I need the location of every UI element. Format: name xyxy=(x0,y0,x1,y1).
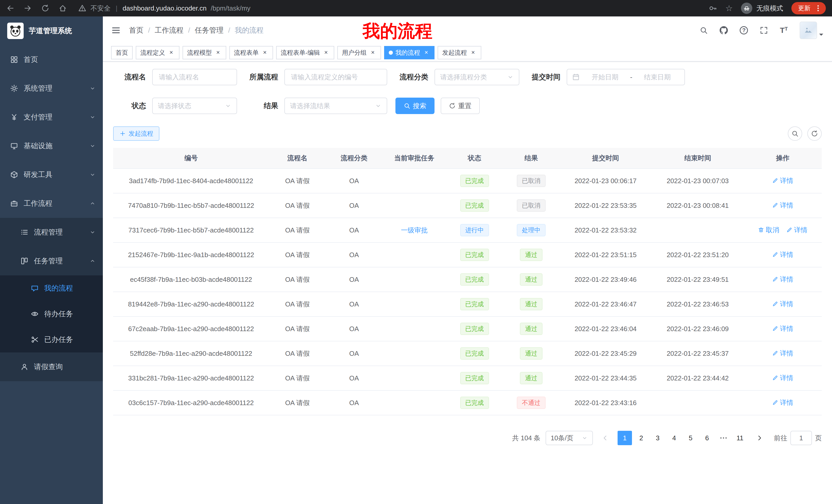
row-actions-cell: 详情 xyxy=(744,169,822,193)
browser-home-icon[interactable] xyxy=(59,4,67,12)
breadcrumb-item[interactable]: 工作流程 xyxy=(155,25,184,35)
browser-menu-icon[interactable] xyxy=(814,4,822,12)
page-11-button[interactable]: 11 xyxy=(733,431,747,445)
hamburger-icon[interactable] xyxy=(111,25,121,35)
status-cell: 已完成 xyxy=(446,341,503,366)
result-cell: 已取消 xyxy=(503,169,560,193)
tab-process-form-edit[interactable]: 流程表单-编辑× xyxy=(276,46,334,59)
result-select[interactable]: 请选择流结果 xyxy=(284,97,387,114)
sidebar-item-process-management[interactable]: 流程管理 xyxy=(0,218,103,247)
app-title: 芋道管理系统 xyxy=(29,26,72,36)
status-tag: 已完成 xyxy=(460,199,489,212)
table-row: 819442e8-7b9a-11ec-a290-acde48001122OA 请… xyxy=(113,292,822,316)
payment-icon xyxy=(10,113,18,121)
current-task-cell: 一级审批 xyxy=(382,218,446,243)
detail-action-link[interactable]: 详情 xyxy=(772,176,793,185)
detail-action-link[interactable]: 详情 xyxy=(772,250,793,259)
sidebar: 芋道管理系统 首页系统管理支付管理基础设施研发工具工作流程流程管理任务管理我的流… xyxy=(0,17,103,504)
sidebar-item-done-tasks[interactable]: 已办任务 xyxy=(0,327,103,353)
more-pages-icon[interactable] xyxy=(716,431,731,445)
bookmark-star-icon[interactable]: ☆ xyxy=(725,4,733,12)
sidebar-item-devtools[interactable]: 研发工具 xyxy=(0,160,103,189)
fullscreen-icon[interactable] xyxy=(760,26,768,34)
close-icon[interactable]: × xyxy=(469,49,477,56)
sidebar-item-home[interactable]: 首页 xyxy=(0,45,103,74)
tab-process-model[interactable]: 流程模型× xyxy=(183,46,226,59)
page-6-button[interactable]: 6 xyxy=(700,431,714,445)
refresh-table-button[interactable] xyxy=(807,127,822,141)
current-task-link[interactable]: 一级审批 xyxy=(401,226,427,234)
close-icon[interactable]: × xyxy=(369,49,376,56)
tab-home[interactable]: 首页 xyxy=(111,46,133,59)
process-id-cell: 3ad174fb-7b9d-11ec-8404-acde48001122 xyxy=(113,169,269,193)
user-avatar[interactable] xyxy=(800,22,824,39)
process-name-input[interactable] xyxy=(152,69,237,85)
detail-action-link[interactable]: 详情 xyxy=(772,324,793,333)
sidebar-item-workflow[interactable]: 工作流程 xyxy=(0,189,103,218)
chevron-up-icon xyxy=(89,258,96,264)
detail-action-link[interactable]: 详情 xyxy=(772,398,793,407)
sidebar-item-my-process[interactable]: 我的流程 xyxy=(0,275,103,301)
next-page-button[interactable] xyxy=(752,431,767,445)
process-definition-input[interactable] xyxy=(284,69,387,85)
status-cell: 已完成 xyxy=(446,390,503,415)
cancel-action-link[interactable]: 取消 xyxy=(758,226,779,234)
table-toolbar: 发起流程 xyxy=(113,127,822,141)
page-3-button[interactable]: 3 xyxy=(650,431,665,445)
detail-action-link[interactable]: 详情 xyxy=(772,300,793,309)
sidebar-item-system[interactable]: 系统管理 xyxy=(0,74,103,103)
page-5-button[interactable]: 5 xyxy=(683,431,698,445)
key-icon[interactable] xyxy=(709,4,717,12)
update-label: 更新 xyxy=(798,4,810,12)
back-icon[interactable] xyxy=(6,4,15,12)
close-icon[interactable]: × xyxy=(322,49,330,56)
tab-process-form[interactable]: 流程表单× xyxy=(229,46,273,59)
page-size-select[interactable]: 10条/页 xyxy=(546,431,593,445)
sidebar-item-task-management[interactable]: 任务管理 xyxy=(0,247,103,275)
github-icon[interactable] xyxy=(720,26,728,34)
date-range-picker[interactable]: 开始日期 - 结束日期 xyxy=(567,69,685,85)
detail-action-link[interactable]: 详情 xyxy=(786,226,807,234)
sidebar-item-leave-query[interactable]: 请假查询 xyxy=(0,353,103,381)
update-button[interactable]: 更新 xyxy=(791,2,826,15)
sidebar-item-payment[interactable]: 支付管理 xyxy=(0,103,103,132)
prev-page-button[interactable] xyxy=(598,431,613,445)
chevron-up-icon xyxy=(89,200,96,206)
page-4-button[interactable]: 4 xyxy=(667,431,681,445)
reload-icon[interactable] xyxy=(41,4,49,12)
column-header: 编号 xyxy=(113,148,269,169)
close-icon[interactable]: × xyxy=(167,49,175,56)
search-toggle-button[interactable] xyxy=(788,127,802,141)
tab-my-process[interactable]: 我的流程× xyxy=(384,46,435,59)
page-2-button[interactable]: 2 xyxy=(634,431,648,445)
category-select[interactable]: 请选择流程分类 xyxy=(435,69,519,85)
close-icon[interactable]: × xyxy=(214,49,222,56)
tab-user-group[interactable]: 用户分组× xyxy=(337,46,381,59)
sidebar-item-todo-tasks[interactable]: 待办任务 xyxy=(0,301,103,327)
sidebar-item-infrastructure[interactable]: 基础设施 xyxy=(0,132,103,160)
help-icon[interactable]: ? xyxy=(740,26,748,34)
close-icon[interactable]: × xyxy=(261,49,268,56)
breadcrumb-item[interactable]: 首页 xyxy=(129,25,144,35)
breadcrumb-item[interactable]: 任务管理 xyxy=(195,25,224,35)
reset-button[interactable]: 重置 xyxy=(441,97,480,114)
forward-icon[interactable] xyxy=(24,4,32,12)
page-1-button[interactable]: 1 xyxy=(618,431,632,445)
tab-process-definition[interactable]: 流程定义× xyxy=(136,46,179,59)
create-process-button[interactable]: 发起流程 xyxy=(113,127,159,141)
edit-icon xyxy=(772,399,778,405)
detail-action-link[interactable]: 详情 xyxy=(772,201,793,210)
detail-action-link[interactable]: 详情 xyxy=(772,275,793,284)
address-bar[interactable]: 不安全 | dashboard.yudao.iocoder.cn/bpm/tas… xyxy=(78,4,709,13)
search-button[interactable]: 搜索 xyxy=(395,97,435,114)
detail-action-link[interactable]: 详情 xyxy=(772,373,793,383)
browser-nav-controls xyxy=(6,4,67,12)
tab-start-process[interactable]: 发起流程× xyxy=(438,46,481,59)
font-size-icon[interactable]: TT xyxy=(780,26,788,35)
detail-action-link[interactable]: 详情 xyxy=(772,349,793,358)
close-icon[interactable]: × xyxy=(423,49,430,56)
search-icon[interactable] xyxy=(700,26,708,34)
process-id-cell: 2152467e-7b9b-11ec-9a1b-acde48001122 xyxy=(113,243,269,267)
goto-page-input[interactable] xyxy=(790,431,812,445)
status-select[interactable]: 请选择状态 xyxy=(152,97,237,114)
